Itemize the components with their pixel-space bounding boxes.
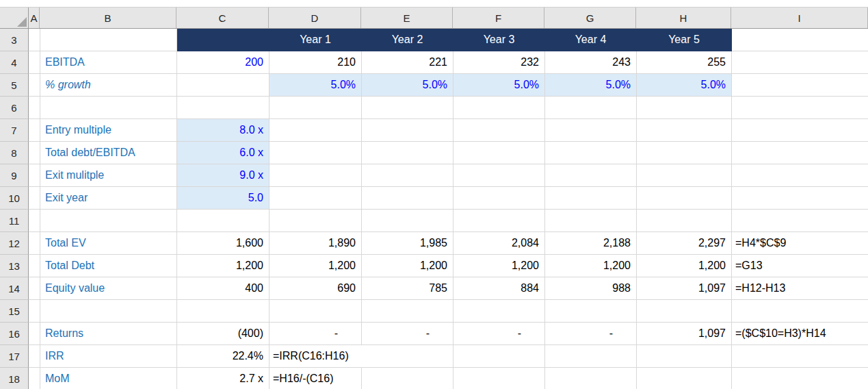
cell-G9[interactable] [545,164,637,187]
cell-G3[interactable]: Year 4 [545,29,637,51]
cell-G15[interactable] [545,300,637,323]
cell-D4[interactable]: 210 [269,51,362,74]
col-header-A[interactable]: A [29,8,40,28]
cell-C8[interactable]: 6.0 x [177,142,269,164]
cell-D14[interactable]: 690 [269,277,362,300]
row-header-13[interactable]: 13 [0,255,29,277]
col-header-E[interactable]: E [361,8,453,28]
cell-A17[interactable] [29,345,40,368]
cell-A10[interactable] [29,187,40,210]
row-header-8[interactable]: 8 [0,142,29,164]
cell-G5[interactable]: 5.0% [545,74,637,97]
col-header-I[interactable]: I [731,8,868,28]
cell-A12[interactable] [29,232,40,255]
cell-D9[interactable] [269,164,362,187]
cell-I8[interactable] [732,142,868,164]
cell-I16[interactable]: =($C$10=H3)*H14 [732,323,868,345]
cell-C14[interactable]: 400 [177,277,269,300]
cell-A11[interactable] [29,210,40,232]
cell-E8[interactable] [362,142,453,164]
cell-C18[interactable]: 2.7 x [177,368,269,389]
cell-B11[interactable] [40,210,177,232]
cell-D18[interactable]: =H16/-(C16) [269,368,362,389]
cell-I10[interactable] [732,187,868,210]
cell-H16[interactable]: 1,097 [637,323,732,345]
cell-G13[interactable]: 1,200 [545,255,637,277]
cell-F12[interactable]: 2,084 [453,232,545,255]
cell-A16[interactable] [29,323,40,345]
cell-D16[interactable]: - [269,323,362,345]
row-header-16[interactable]: 16 [0,323,29,345]
cell-C12[interactable]: 1,600 [177,232,269,255]
cell-I7[interactable] [732,119,868,142]
cell-E15[interactable] [362,300,453,323]
cell-D17[interactable]: =IRR(C16:H16) [269,345,453,368]
cell-A14[interactable] [29,277,40,300]
cell-I15[interactable] [732,300,868,323]
cell-A18[interactable] [29,368,40,389]
cell-D15[interactable] [269,300,362,323]
row-header-11[interactable]: 11 [0,210,29,232]
cell-H9[interactable] [637,164,732,187]
cell-G16[interactable]: - [545,323,637,345]
cell-A15[interactable] [29,300,40,323]
cell-E7[interactable] [362,119,453,142]
cell-H5[interactable]: 5.0% [637,74,732,97]
col-header-D[interactable]: D [269,8,361,28]
cell-E10[interactable] [362,187,453,210]
cell-F16[interactable]: - [453,323,545,345]
cell-H12[interactable]: 2,297 [637,232,732,255]
row-header-12[interactable]: 12 [0,232,29,255]
cell-G8[interactable] [545,142,637,164]
cell-D8[interactable] [269,142,362,164]
cell-H3[interactable]: Year 5 [637,29,732,51]
row-header-14[interactable]: 14 [0,277,29,300]
cell-F15[interactable] [453,300,545,323]
cell-A3[interactable] [29,29,40,51]
cell-F13[interactable]: 1,200 [453,255,545,277]
cell-I9[interactable] [732,164,868,187]
cell-D13[interactable]: 1,200 [269,255,362,277]
cell-A9[interactable] [29,164,40,187]
cell-A6[interactable] [29,97,40,119]
cell-I3[interactable] [732,29,868,51]
cell-I17[interactable] [732,345,868,368]
cell-B7[interactable]: Entry multiple [40,119,177,142]
cell-E9[interactable] [362,164,453,187]
cell-I12[interactable]: =H4*$C$9 [732,232,868,255]
cell-F8[interactable] [453,142,545,164]
cell-B14[interactable]: Equity value [40,277,177,300]
cell-C10[interactable]: 5.0 [177,187,269,210]
row-header-18[interactable]: 18 [0,368,29,389]
cell-H11[interactable] [637,210,732,232]
cell-E3[interactable]: Year 2 [362,29,453,51]
cell-B15[interactable] [40,300,177,323]
cell-A5[interactable] [29,74,40,97]
col-header-C[interactable]: C [176,8,269,28]
cell-C4[interactable]: 200 [177,51,269,74]
cell-E5[interactable]: 5.0% [362,74,453,97]
cell-B9[interactable]: Exit mulitple [40,164,177,187]
cell-I4[interactable] [732,51,868,74]
cell-G10[interactable] [545,187,637,210]
cell-F11[interactable] [453,210,545,232]
col-header-F[interactable]: F [453,8,544,28]
cell-F9[interactable] [453,164,545,187]
cell-I13[interactable]: =G13 [732,255,868,277]
cell-I6[interactable] [732,97,868,119]
cell-G6[interactable] [545,97,637,119]
col-header-B[interactable]: B [40,8,176,28]
cell-F4[interactable]: 232 [453,51,545,74]
row-header-17[interactable]: 17 [0,345,29,368]
row-header-7[interactable]: 7 [0,119,29,142]
cell-H17[interactable] [637,345,732,368]
cell-A8[interactable] [29,142,40,164]
cell-C6[interactable] [177,97,269,119]
cell-F6[interactable] [453,97,545,119]
cell-D11[interactable] [269,210,362,232]
cell-A13[interactable] [29,255,40,277]
cell-C15[interactable] [177,300,269,323]
cell-B16[interactable]: Returns [40,323,177,345]
cell-E13[interactable]: 1,200 [362,255,453,277]
cell-B6[interactable] [40,97,177,119]
